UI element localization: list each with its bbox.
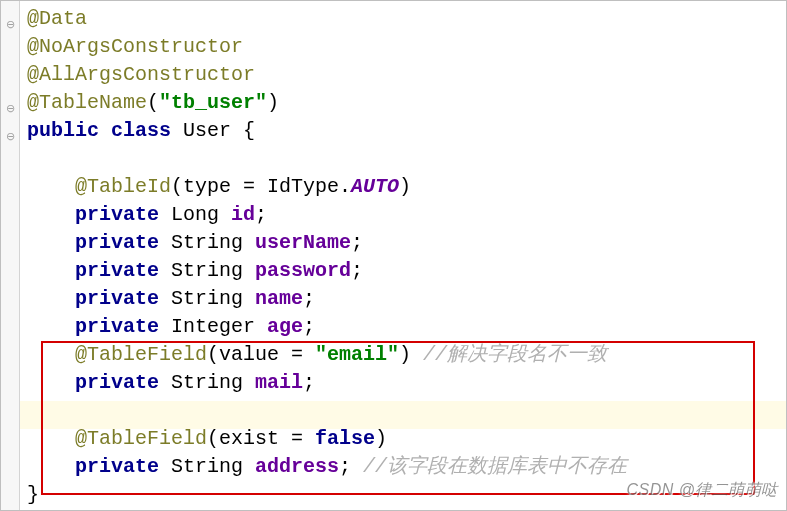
semicolon: ;: [351, 259, 363, 282]
field: name: [255, 287, 303, 310]
paren: (: [147, 91, 159, 114]
brace: }: [27, 483, 39, 506]
field: userName: [255, 231, 351, 254]
code-line: @TableField(exist = false): [27, 427, 387, 450]
keyword: false: [315, 427, 375, 450]
code-line: @TableId(type = IdType.AUTO): [27, 175, 411, 198]
semicolon: ;: [255, 203, 267, 226]
paren: (value =: [207, 343, 315, 366]
keyword: private: [75, 259, 159, 282]
source-code: @Data @NoArgsConstructor @AllArgsConstru…: [5, 5, 786, 509]
code-line: private String name;: [27, 287, 315, 310]
code-line: private String mail;: [27, 371, 315, 394]
code-line: @TableField(value = "email") //解决字段名不一致: [27, 343, 607, 366]
keyword: private: [75, 455, 159, 478]
keyword: private: [75, 371, 159, 394]
paren: ): [399, 175, 411, 198]
keyword: private: [75, 231, 159, 254]
semicolon: ;: [339, 455, 363, 478]
code-line: private String password;: [27, 259, 363, 282]
keyword: class: [111, 119, 171, 142]
fold-mark[interactable]: ⊖: [3, 94, 17, 122]
paren: (type = IdType.: [171, 175, 351, 198]
annotation: @TableId: [75, 175, 171, 198]
type: Long: [159, 203, 231, 226]
field: id: [231, 203, 255, 226]
paren: ): [267, 91, 279, 114]
code-line: @NoArgsConstructor: [27, 35, 243, 58]
comment: //该字段在数据库表中不存在: [363, 455, 627, 478]
code-line: }: [27, 483, 39, 506]
keyword: private: [75, 287, 159, 310]
semicolon: ;: [303, 315, 315, 338]
field: password: [255, 259, 351, 282]
field: age: [267, 315, 303, 338]
code-editor: ⊖ ⊖ ⊖ @Data @NoArgsConstructor @AllArgsC…: [0, 0, 787, 511]
keyword: private: [75, 315, 159, 338]
comment: //解决字段名不一致: [423, 343, 607, 366]
type: Integer: [159, 315, 267, 338]
type: String: [159, 231, 255, 254]
string-literal: "tb_user": [159, 91, 267, 114]
code-line: private Long id;: [27, 203, 267, 226]
fold-mark[interactable]: ⊖: [3, 122, 17, 150]
string-literal: "email": [315, 343, 399, 366]
keyword: private: [75, 203, 159, 226]
semicolon: ;: [303, 371, 315, 394]
semicolon: ;: [303, 287, 315, 310]
type: String: [159, 259, 255, 282]
code-line: private Integer age;: [27, 315, 315, 338]
field: mail: [255, 371, 303, 394]
semicolon: ;: [351, 231, 363, 254]
annotation: @NoArgsConstructor: [27, 35, 243, 58]
annotation: @TableField: [75, 427, 207, 450]
type: String: [159, 287, 255, 310]
code-line: private String userName;: [27, 231, 363, 254]
class-name: User: [183, 119, 231, 142]
annotation: @Data: [27, 7, 87, 30]
paren: (exist =: [207, 427, 315, 450]
paren: ): [375, 427, 387, 450]
code-line: @Data: [27, 7, 87, 30]
field: address: [255, 455, 339, 478]
enum-constant: AUTO: [351, 175, 399, 198]
code-line: @AllArgsConstructor: [27, 63, 255, 86]
keyword: public: [27, 119, 99, 142]
annotation: @TableName: [27, 91, 147, 114]
fold-mark[interactable]: ⊖: [3, 10, 17, 38]
annotation: @AllArgsConstructor: [27, 63, 255, 86]
code-line: @TableName("tb_user"): [27, 91, 279, 114]
type: String: [159, 371, 255, 394]
annotation: @TableField: [75, 343, 207, 366]
paren: ): [399, 343, 423, 366]
gutter: ⊖ ⊖ ⊖: [1, 1, 20, 510]
type: String: [159, 455, 255, 478]
code-line: public class User {: [27, 119, 255, 142]
brace: {: [231, 119, 255, 142]
code-line: private String address; //该字段在数据库表中不存在: [27, 455, 627, 478]
